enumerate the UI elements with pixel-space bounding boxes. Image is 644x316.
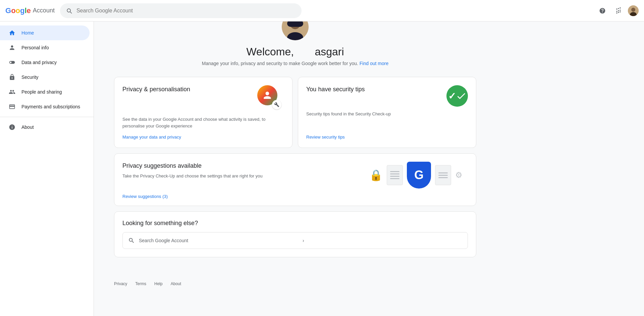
psc-illustration: 🔒 G ⚙ xyxy=(369,162,468,189)
footer-privacy-link[interactable]: Privacy xyxy=(114,281,127,286)
cards-row-top: Privacy & personalisation xyxy=(114,77,476,148)
welcome-subtitle: Manage your info, privacy and security t… xyxy=(202,61,388,66)
gear-decoration-icon: ⚙ xyxy=(455,170,463,180)
sidebar-item-about-label: About xyxy=(21,124,34,130)
doc-decoration-icon xyxy=(387,165,403,185)
footer: Privacy Terms Help About xyxy=(94,276,644,292)
apps-icon xyxy=(615,7,622,14)
security-card-title: You have security tips xyxy=(306,85,365,94)
avatar-icon xyxy=(628,5,639,16)
privacy-suggestions-card[interactable]: Privacy suggestions available Take the P… xyxy=(114,153,476,206)
psc-desc: Take the Privacy Check-Up and choose the… xyxy=(122,173,263,179)
sidebar-item-people-sharing[interactable]: People and sharing xyxy=(0,85,90,99)
header-actions xyxy=(596,4,639,17)
lock-decoration-icon: 🔒 xyxy=(369,169,383,181)
sidebar-item-home-label: Home xyxy=(21,30,34,36)
sidebar-item-security-label: Security xyxy=(21,74,39,80)
footer-help-link[interactable]: Help xyxy=(154,281,163,286)
find-out-more-link[interactable]: Find out more xyxy=(360,61,388,66)
welcome-text: Welcome, xyxy=(246,46,294,58)
toggle-icon xyxy=(8,59,16,66)
security-card[interactable]: You have security tips Security tips fou… xyxy=(298,77,476,148)
looking-for-title: Looking for something else? xyxy=(122,220,468,227)
google-shield-icon: G xyxy=(407,162,431,189)
user-avatar-header[interactable] xyxy=(628,5,639,16)
svg-point-1 xyxy=(631,8,635,12)
security-card-link[interactable]: Review security tips xyxy=(306,135,468,140)
search-input[interactable] xyxy=(76,8,296,14)
search-icon xyxy=(66,7,72,14)
main-content: Welcome, asgari Manage your info, privac… xyxy=(94,0,496,276)
privacy-card-desc: See the data in your Google Account and … xyxy=(122,116,284,129)
people-icon xyxy=(8,89,16,95)
person-in-circle-icon xyxy=(262,90,273,101)
search-bar[interactable] xyxy=(60,3,302,18)
doc-decoration-icon-2 xyxy=(435,165,451,185)
privacy-card-link[interactable]: Manage your data and privacy xyxy=(122,135,284,140)
looking-for-search-row[interactable]: Search Google Account › xyxy=(122,232,468,249)
psc-content: Privacy suggestions available Take the P… xyxy=(122,162,468,189)
sidebar-item-personal-info[interactable]: Personal info xyxy=(0,40,90,55)
privacy-card-title: Privacy & personalisation xyxy=(122,85,190,94)
looking-for-search-text: Search Google Account xyxy=(139,238,299,243)
security-card-desc: Security tips found in the Security Chec… xyxy=(306,111,468,129)
security-shield-illustration xyxy=(446,85,468,107)
security-card-header: You have security tips xyxy=(306,85,468,107)
sidebar-item-payments-label: Payments and subscriptions xyxy=(21,104,80,109)
checkmark-icon xyxy=(456,91,467,101)
welcome-title: Welcome, asgari xyxy=(246,46,344,58)
info-icon xyxy=(8,124,16,130)
help-button[interactable] xyxy=(596,4,609,17)
lock-icon xyxy=(8,74,16,81)
psc-title: Privacy suggestions available xyxy=(122,162,263,170)
header: Google Account xyxy=(0,0,644,21)
google-account-logo[interactable]: Google Account xyxy=(5,6,55,15)
wrench-icon xyxy=(274,102,279,107)
apps-button[interactable] xyxy=(612,4,625,17)
home-icon xyxy=(8,30,16,36)
sidebar-item-payments[interactable]: Payments and subscriptions xyxy=(0,99,90,114)
sidebar-divider xyxy=(0,117,94,117)
footer-terms-link[interactable]: Terms xyxy=(135,281,146,286)
sidebar-item-data-privacy[interactable]: Data and privacy xyxy=(0,55,90,70)
chevron-right-icon: › xyxy=(303,238,462,243)
sidebar-item-security[interactable]: Security xyxy=(0,70,90,85)
privacy-card-illustration xyxy=(257,85,284,112)
looking-for-card: Looking for something else? Search Googl… xyxy=(114,211,476,257)
search-icon-card xyxy=(128,237,135,244)
psc-text: Privacy suggestions available Take the P… xyxy=(122,162,263,179)
sidebar-item-data-privacy-label: Data and privacy xyxy=(21,60,57,65)
footer-about-link[interactable]: About xyxy=(171,281,181,286)
sidebar-item-about[interactable]: About xyxy=(0,120,90,135)
username-text: asgari xyxy=(315,46,344,58)
psc-link[interactable]: Review suggestions (3) xyxy=(122,189,468,206)
person-icon xyxy=(8,44,16,51)
sidebar-item-personal-info-label: Personal info xyxy=(21,45,49,50)
account-logo-text: Account xyxy=(33,7,55,14)
help-icon xyxy=(599,7,606,14)
sidebar-item-home[interactable]: Home xyxy=(0,25,90,40)
google-logo-g: Google xyxy=(5,6,31,15)
privacy-personalisation-card[interactable]: Privacy & personalisation xyxy=(114,77,292,148)
privacy-card-header: Privacy & personalisation xyxy=(122,85,284,112)
sidebar: Home Personal info Data and privacy Secu… xyxy=(0,21,94,292)
card-icon xyxy=(8,103,16,110)
sidebar-item-people-sharing-label: People and sharing xyxy=(21,89,62,95)
